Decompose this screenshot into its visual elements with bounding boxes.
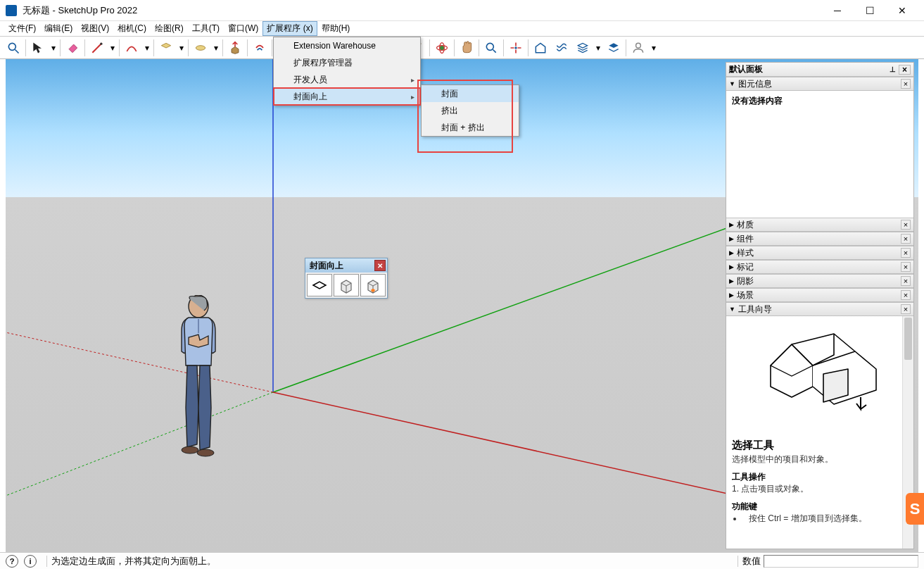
tray-close[interactable]: × [899, 65, 911, 75]
menu-item[interactable]: 封面向上 [274, 88, 420, 105]
arc-dropdown[interactable]: ▾ [142, 38, 152, 58]
select-tool[interactable] [27, 38, 49, 58]
svg-point-14 [440, 45, 445, 50]
panel-header-材质[interactable]: ▶材质× [726, 218, 913, 232]
face-up-button[interactable] [307, 274, 332, 296]
panel-header-标记[interactable]: ▶标记× [726, 260, 913, 274]
menu-item[interactable]: 扩展程序管理器 [274, 54, 420, 71]
panel-header-组件[interactable]: ▶组件× [726, 232, 913, 246]
expand-icon: ▶ [729, 277, 734, 284]
panel-close[interactable]: × [901, 248, 911, 258]
panel-header-样式[interactable]: ▶样式× [726, 246, 913, 260]
menu-扩展程序 (x)[interactable]: 扩展程序 (x) [262, 21, 317, 36]
panel-close[interactable]: × [901, 290, 911, 300]
svg-line-23 [6, 392, 273, 496]
menu-工具(T)[interactable]: 工具(T) [188, 21, 224, 36]
pin-icon[interactable]: ⊥ [887, 65, 899, 73]
expand-icon: ▶ [729, 221, 734, 228]
plugin-toolbar-close[interactable]: ✕ [374, 260, 386, 271]
face-up-submenu[interactable]: 封面挤出封面 + 挤出 [421, 85, 519, 137]
statusbar-separator [738, 556, 738, 567]
measurements-input[interactable] [764, 555, 918, 568]
toolbar-separator [119, 39, 120, 56]
menu-item[interactable]: Extension Warehouse [274, 37, 420, 54]
scrollbar-thumb[interactable] [904, 318, 912, 360]
pan-tool[interactable] [456, 38, 477, 58]
submenu-item[interactable]: 封面 [422, 85, 519, 102]
entity-info-header[interactable]: ▼ 图元信息 × [726, 77, 913, 91]
circle-tool[interactable] [190, 38, 211, 58]
toolbar-separator [272, 39, 272, 56]
maximize-button[interactable]: ☐ [854, 0, 886, 21]
panel-close[interactable]: × [901, 220, 911, 230]
ext-warehouse-tool[interactable] [551, 38, 572, 58]
toolbar-separator [153, 39, 154, 56]
panel-close[interactable]: × [901, 304, 911, 314]
layers-vis-tool[interactable] [603, 38, 624, 58]
panel-header-阴影[interactable]: ▶阴影× [726, 274, 913, 288]
offset-tool[interactable] [249, 38, 270, 58]
orbit-tool[interactable] [431, 38, 452, 58]
panel-close[interactable]: × [901, 262, 911, 272]
eraser-tool[interactable] [62, 38, 83, 58]
rectangle-dropdown[interactable]: ▾ [177, 38, 186, 58]
plugin-toolbar-title[interactable]: 封面向上 ✕ [305, 258, 387, 273]
sogou-indicator[interactable]: S [906, 493, 924, 525]
line-dropdown[interactable]: ▾ [108, 38, 118, 58]
zoom-tool[interactable] [481, 38, 502, 58]
minimize-button[interactable]: ─ [821, 0, 854, 21]
menu-相机(C)[interactable]: 相机(C) [113, 21, 151, 36]
arc-tool[interactable] [121, 38, 142, 58]
instructor-header[interactable]: ▼ 工具向导 × [726, 302, 913, 316]
panel-close[interactable]: × [901, 79, 911, 89]
circle-dropdown[interactable]: ▾ [211, 38, 221, 58]
help-icon[interactable]: ? [6, 555, 18, 568]
line-tool[interactable] [87, 38, 108, 58]
info-icon[interactable]: i [24, 555, 37, 568]
toolbar-separator [84, 39, 85, 56]
svg-line-22 [273, 227, 730, 392]
scale-figure [167, 295, 231, 457]
plugin-toolbar-body [305, 273, 387, 298]
window-title: 无标题 - SketchUp Pro 2022 [23, 4, 821, 17]
menu-窗口(W)[interactable]: 窗口(W) [224, 21, 262, 36]
extrude-button[interactable] [334, 274, 359, 296]
pushpull-tool[interactable] [224, 38, 246, 58]
menu-视图(V)[interactable]: 视图(V) [77, 21, 113, 36]
tray-header[interactable]: 默认面板 ⊥ × [726, 63, 913, 77]
panel-title: 样式 [737, 247, 754, 259]
search-tool[interactable] [3, 38, 24, 58]
entity-info-title: 图元信息 [738, 78, 772, 90]
svg-line-25 [6, 332, 273, 392]
menu-文件(F)[interactable]: 文件(F) [4, 21, 40, 36]
expand-icon: ▶ [729, 263, 734, 270]
extensions-menu[interactable]: Extension Warehouse扩展程序管理器开发人员封面向上 [273, 37, 421, 106]
menu-item[interactable]: 开发人员 [274, 71, 420, 88]
close-button[interactable]: ✕ [886, 0, 918, 21]
submenu-item[interactable]: 封面 + 挤出 [422, 119, 519, 136]
panel-header-场景[interactable]: ▶场景× [726, 288, 913, 302]
menu-帮助(H)[interactable]: 帮助(H) [317, 21, 355, 36]
svg-point-19 [514, 46, 517, 49]
select-dropdown[interactable]: ▾ [49, 38, 58, 58]
layers-dropdown[interactable]: ▾ [593, 38, 603, 58]
toolbar-separator [429, 39, 430, 56]
panel-title: 场景 [737, 289, 754, 301]
user-tool[interactable] [628, 38, 649, 58]
layers-tool[interactable] [572, 38, 593, 58]
toolbar-separator [247, 39, 248, 56]
rectangle-tool[interactable] [156, 38, 177, 58]
instructor-fn-item: 按住 Ctrl = 增加项目到选择集。 [743, 513, 913, 525]
panel-close[interactable]: × [901, 276, 911, 286]
user-dropdown[interactable]: ▾ [649, 38, 659, 58]
menu-编辑(E)[interactable]: 编辑(E) [40, 21, 77, 36]
warehouse-tool[interactable] [530, 38, 551, 58]
panel-close[interactable]: × [901, 234, 911, 244]
toolbar-separator [454, 39, 455, 56]
svg-point-17 [486, 43, 493, 50]
plugin-toolbar[interactable]: 封面向上 ✕ [305, 258, 388, 299]
submenu-item[interactable]: 挤出 [422, 102, 519, 119]
menu-绘图(R)[interactable]: 绘图(R) [151, 21, 188, 36]
face-extrude-button[interactable] [360, 274, 386, 296]
zoom-extents-tool[interactable] [505, 38, 526, 58]
